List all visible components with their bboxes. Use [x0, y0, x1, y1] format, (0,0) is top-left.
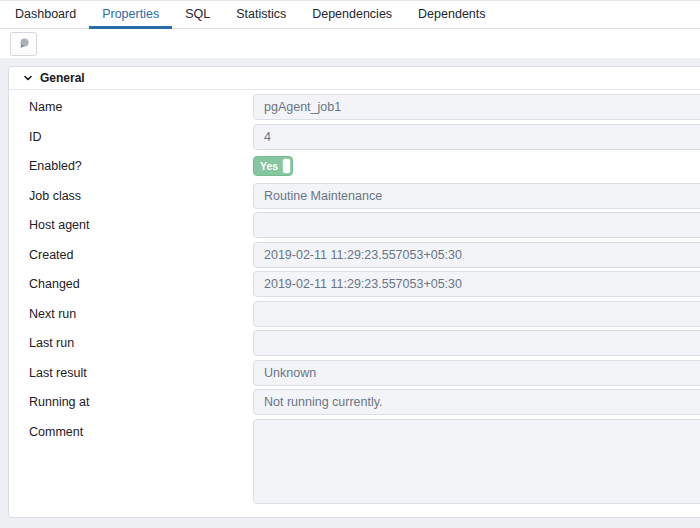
- edit-object-button[interactable]: [10, 32, 37, 56]
- last-run-field[interactable]: [253, 330, 700, 356]
- tab-sql[interactable]: SQL: [172, 1, 223, 29]
- enabled-label: Enabled?: [29, 153, 253, 179]
- last-result-label: Last result: [29, 360, 253, 386]
- tab-dashboard[interactable]: Dashboard: [2, 1, 89, 29]
- comment-label: Comment: [29, 419, 253, 445]
- properties-content: General Name pgAgent_job1 ID 4 Enabled? …: [0, 58, 700, 528]
- job-class-field[interactable]: Routine Maintenance: [253, 183, 700, 209]
- host-agent-field[interactable]: [253, 212, 700, 238]
- id-label: ID: [29, 124, 253, 150]
- created-field[interactable]: 2019-02-11 11:29:23.557053+05:30: [253, 242, 700, 268]
- next-run-label: Next run: [29, 301, 253, 327]
- field-row-next-run: Next run: [9, 301, 700, 327]
- pencil-icon: [17, 37, 31, 51]
- changed-field[interactable]: 2019-02-11 11:29:23.557053+05:30: [253, 271, 700, 297]
- tab-properties[interactable]: Properties: [89, 1, 172, 29]
- host-agent-label: Host agent: [29, 212, 253, 238]
- field-row-enabled: Enabled? Yes: [9, 153, 700, 179]
- toggle-knob: [282, 158, 291, 174]
- field-row-id: ID 4: [9, 124, 700, 150]
- field-row-running-at: Running at Not running currently.: [9, 389, 700, 415]
- general-section-body: Name pgAgent_job1 ID 4 Enabled? Yes Job …: [9, 90, 700, 504]
- job-class-label: Job class: [29, 183, 253, 209]
- tab-dependencies[interactable]: Dependencies: [299, 1, 405, 29]
- last-result-field[interactable]: Unknown: [253, 360, 700, 386]
- field-row-changed: Changed 2019-02-11 11:29:23.557053+05:30: [9, 271, 700, 297]
- general-section-title: General: [40, 71, 85, 85]
- enabled-toggle[interactable]: Yes: [253, 156, 293, 176]
- field-row-comment: Comment: [9, 419, 700, 504]
- properties-tabbar: Dashboard Properties SQL Statistics Depe…: [0, 0, 700, 29]
- tab-statistics[interactable]: Statistics: [223, 1, 299, 29]
- running-at-label: Running at: [29, 389, 253, 415]
- field-row-created: Created 2019-02-11 11:29:23.557053+05:30: [9, 242, 700, 268]
- field-row-last-run: Last run: [9, 330, 700, 356]
- tab-dependents[interactable]: Dependents: [405, 1, 498, 29]
- chevron-down-icon: [23, 73, 33, 83]
- field-row-job-class: Job class Routine Maintenance: [9, 183, 700, 209]
- next-run-field[interactable]: [253, 301, 700, 327]
- name-label: Name: [29, 94, 253, 120]
- id-field[interactable]: 4: [253, 124, 700, 150]
- field-row-host-agent: Host agent: [9, 212, 700, 238]
- name-field[interactable]: pgAgent_job1: [253, 94, 700, 120]
- running-at-field[interactable]: Not running currently.: [253, 389, 700, 415]
- field-row-last-result: Last result Unknown: [9, 360, 700, 386]
- enabled-toggle-text: Yes: [260, 160, 278, 172]
- last-run-label: Last run: [29, 330, 253, 356]
- changed-label: Changed: [29, 271, 253, 297]
- field-row-name: Name pgAgent_job1: [9, 94, 700, 120]
- created-label: Created: [29, 242, 253, 268]
- comment-field[interactable]: [253, 419, 700, 504]
- general-panel: General Name pgAgent_job1 ID 4 Enabled? …: [8, 66, 700, 518]
- properties-toolbar: [0, 29, 700, 58]
- general-section-header[interactable]: General: [9, 67, 700, 90]
